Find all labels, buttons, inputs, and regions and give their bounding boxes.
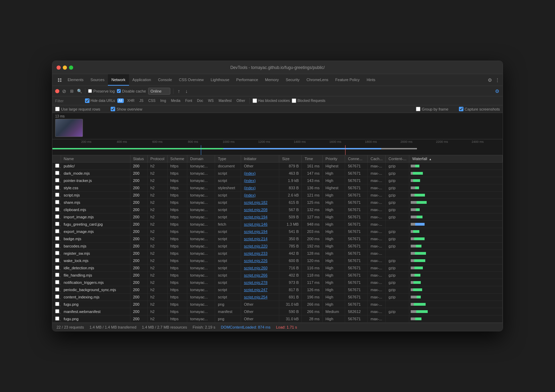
- td-name-17[interactable]: periodic_background_sync.mjs: [61, 286, 130, 294]
- filter-icon-button[interactable]: ⊞: [69, 88, 75, 94]
- td-checkbox-6[interactable]: [52, 206, 61, 214]
- row-checkbox-6[interactable]: [55, 207, 59, 211]
- td-checkbox-18[interactable]: [52, 294, 61, 301]
- td-initiator-4[interactable]: (index): [241, 192, 279, 199]
- td-name-6[interactable]: clipboard.mjs: [61, 206, 130, 214]
- export-button[interactable]: ↓: [184, 88, 189, 94]
- td-initiator-12[interactable]: script.mjs:233: [241, 250, 279, 257]
- table-row[interactable]: fugu_greeting_card.jpg 200 h2 https toma…: [52, 221, 503, 228]
- table-row[interactable]: export_image.mjs 200 h2 https tomayac...…: [52, 228, 503, 235]
- table-row[interactable]: import_image.mjs 200 h2 https tomayac...…: [52, 214, 503, 221]
- td-checkbox-10[interactable]: [52, 235, 61, 243]
- td-checkbox-7[interactable]: [52, 214, 61, 221]
- tab-application[interactable]: Application: [129, 74, 155, 86]
- throttle-select[interactable]: Online Slow 3G Fast 3G Offline: [148, 88, 170, 95]
- row-checkbox-14[interactable]: [55, 265, 59, 270]
- row-checkbox-0[interactable]: [55, 164, 59, 168]
- td-checkbox-12[interactable]: [52, 250, 61, 257]
- td-name-19[interactable]: fugu.png: [61, 301, 130, 308]
- tab-css-overview[interactable]: CSS Overview: [176, 74, 207, 86]
- table-row[interactable]: pointer-tracker.js 200 h2 https tomayac.…: [52, 177, 503, 184]
- td-checkbox-16[interactable]: [52, 279, 61, 286]
- row-checkbox-3[interactable]: [55, 185, 59, 190]
- filter-pill-doc[interactable]: Doc: [196, 98, 205, 103]
- table-row[interactable]: style.css 200 h2 https tomayac... styles…: [52, 184, 503, 192]
- has-blocked-cookies-checkbox[interactable]: [253, 98, 257, 103]
- td-initiator-13[interactable]: script.mjs:226: [241, 257, 279, 264]
- filter-pill-ws[interactable]: WS: [207, 98, 215, 103]
- show-overview-label[interactable]: Show overview: [111, 107, 142, 111]
- table-row[interactable]: fugu.png 200 h2 https tomayac... png Oth…: [52, 301, 503, 308]
- td-initiator-3[interactable]: (index): [241, 184, 279, 192]
- group-by-frame-checkbox[interactable]: [416, 107, 420, 111]
- td-name-1[interactable]: dark_mode.mjs: [61, 170, 130, 177]
- filter-pill-img[interactable]: Img: [159, 98, 168, 103]
- th-protocol[interactable]: Protocol: [147, 155, 167, 163]
- td-name-3[interactable]: style.css: [61, 184, 130, 192]
- td-checkbox-13[interactable]: [52, 257, 61, 264]
- filter-pill-font[interactable]: Font: [184, 98, 194, 103]
- row-checkbox-13[interactable]: [55, 258, 59, 262]
- td-checkbox-2[interactable]: [52, 177, 61, 184]
- tab-hints[interactable]: Hints: [363, 74, 379, 86]
- td-name-8[interactable]: fugu_greeting_card.jpg: [61, 221, 130, 228]
- row-checkbox-7[interactable]: [55, 215, 59, 219]
- row-checkbox-10[interactable]: [55, 236, 59, 241]
- row-checkbox-21[interactable]: [55, 316, 59, 321]
- table-row[interactable]: periodic_background_sync.mjs 200 h2 http…: [52, 286, 503, 294]
- th-waterfall[interactable]: Waterfall ▲: [409, 155, 503, 163]
- settings-icon[interactable]: ⚙: [488, 77, 492, 83]
- row-checkbox-18[interactable]: [55, 295, 59, 299]
- td-name-2[interactable]: pointer-tracker.js: [61, 177, 130, 184]
- td-checkbox-8[interactable]: [52, 221, 61, 228]
- th-status[interactable]: Status: [130, 155, 147, 163]
- blocked-requests-label[interactable]: Blocked Requests: [292, 98, 325, 103]
- th-initiator[interactable]: Initiator: [241, 155, 279, 163]
- table-row[interactable]: idle_detection.mjs 200 h2 https tomayac.…: [52, 264, 503, 272]
- table-row[interactable]: notification_triggers.mjs 200 h2 https t…: [52, 279, 503, 286]
- tab-network[interactable]: Network: [108, 74, 129, 86]
- td-name-7[interactable]: import_image.mjs: [61, 214, 130, 221]
- devtools-icon[interactable]: [55, 74, 64, 86]
- td-initiator-14[interactable]: script.mjs:260: [241, 264, 279, 272]
- tab-sources[interactable]: Sources: [87, 74, 108, 86]
- td-initiator-7[interactable]: script.mjs:194: [241, 214, 279, 221]
- td-name-20[interactable]: manifest.webmanifest: [61, 308, 130, 315]
- row-checkbox-5[interactable]: [55, 200, 59, 204]
- screenshot-thumbnail[interactable]: [55, 119, 83, 137]
- th-time[interactable]: Time: [302, 155, 323, 163]
- tab-security[interactable]: Security: [282, 74, 303, 86]
- td-checkbox-1[interactable]: [52, 170, 61, 177]
- td-name-0[interactable]: public/: [61, 163, 130, 170]
- table-row[interactable]: barcodes.mjs 200 h2 https tomayac... scr…: [52, 243, 503, 250]
- table-row[interactable]: share.mjs 200 h2 https tomayac... script…: [52, 199, 503, 206]
- row-checkbox-8[interactable]: [55, 222, 59, 226]
- th-size[interactable]: Size: [279, 155, 302, 163]
- td-name-12[interactable]: register_sw.mjs: [61, 250, 130, 257]
- td-checkbox-4[interactable]: [52, 192, 61, 199]
- td-initiator-18[interactable]: script.mjs:254: [241, 294, 279, 301]
- import-button[interactable]: ↑: [176, 88, 182, 94]
- hide-data-urls-checkbox[interactable]: [85, 98, 89, 103]
- tab-memory[interactable]: Memory: [262, 74, 282, 86]
- blocked-requests-checkbox[interactable]: [292, 98, 296, 103]
- table-row[interactable]: fugu.png 200 h2 https tomayac... png Oth…: [52, 315, 503, 323]
- row-checkbox-20[interactable]: [55, 309, 59, 313]
- filter-pill-media[interactable]: Media: [170, 98, 182, 103]
- row-checkbox-1[interactable]: [55, 171, 59, 175]
- minimize-button[interactable]: [63, 66, 67, 70]
- td-checkbox-11[interactable]: [52, 243, 61, 250]
- record-button[interactable]: [55, 89, 59, 93]
- row-checkbox-11[interactable]: [55, 244, 59, 248]
- td-initiator-2[interactable]: (index): [241, 177, 279, 184]
- tab-lighthouse[interactable]: Lighthouse: [207, 74, 233, 86]
- show-overview-checkbox[interactable]: [111, 107, 115, 111]
- td-checkbox-3[interactable]: [52, 184, 61, 192]
- td-initiator-16[interactable]: script.mjs:278: [241, 279, 279, 286]
- th-cache[interactable]: Cach...: [368, 155, 386, 163]
- more-icon[interactable]: ⋮: [495, 77, 500, 83]
- group-by-frame-label[interactable]: Group by frame: [416, 107, 448, 111]
- td-initiator-15[interactable]: script.mjs:266: [241, 272, 279, 279]
- td-name-10[interactable]: badge.mjs: [61, 235, 130, 243]
- td-name-13[interactable]: wake_lock.mjs: [61, 257, 130, 264]
